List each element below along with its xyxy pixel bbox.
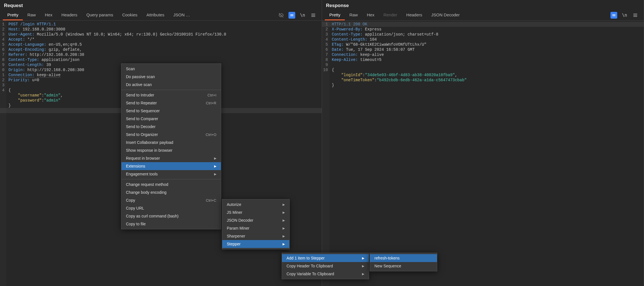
menu-item-send-to-organizer[interactable]: Send to OrganizerCtrl+O	[121, 131, 221, 138]
tab-headers[interactable]: Headers	[57, 10, 82, 20]
hamburger-icon[interactable]	[632, 12, 639, 19]
menu-item-json-decoder[interactable]: JSON Decoder▶	[222, 216, 289, 224]
hamburger-icon[interactable]	[310, 12, 317, 19]
menu-shortcut: Ctrl+O	[206, 133, 216, 137]
menu-item-add-1-item-to-stepper[interactable]: Add 1 item to Stepper▶	[282, 254, 369, 262]
line-number: 6	[1, 47, 5, 52]
response-panel: Response PrettyRawHexRenderHeadersJSON D…	[322, 0, 644, 286]
tab-pretty[interactable]: Pretty	[3, 10, 23, 20]
eye-off-icon[interactable]	[278, 12, 285, 19]
code-line[interactable]: HTTP/1.1 200 OK	[332, 22, 467, 27]
menu-item-param-miner[interactable]: Param Miner▶	[222, 224, 289, 232]
tab-render[interactable]: Render	[379, 10, 402, 20]
extensions-submenu[interactable]: Autorize▶JS Miner▶JSON Decoder▶Param Min…	[222, 199, 290, 249]
menu-item-send-to-comparer[interactable]: Send to Comparer	[121, 115, 221, 123]
menu-item-copy-to-file[interactable]: Copy to file	[121, 220, 221, 228]
tab-hex[interactable]: Hex	[40, 10, 57, 20]
stepper-submenu[interactable]: Add 1 item to Stepper▶Copy Header To Cli…	[282, 253, 369, 279]
tab-headers[interactable]: Headers	[402, 10, 427, 20]
code-line[interactable]: Accept-Language: en-US,en;q=0.5	[8, 42, 226, 47]
toggle-icon[interactable]	[288, 12, 295, 19]
code-line[interactable]: Accept-Encoding: gzip, deflate,	[8, 47, 226, 52]
menu-item-autorize[interactable]: Autorize▶	[222, 201, 289, 208]
response-editor[interactable]: 12345678910 HTTP/1.1 200 OKX-Powered-By:…	[322, 21, 644, 286]
menu-item-label: Send to Sequencer	[126, 109, 160, 113]
menu-item-refresh-tokens[interactable]: refresh-tokens	[370, 254, 437, 262]
menu-item-copy[interactable]: CopyCtrl+C	[121, 196, 221, 204]
menu-item-change-body-encoding[interactable]: Change body encoding	[121, 188, 221, 196]
menu-item-copy-url[interactable]: Copy URL	[121, 204, 221, 212]
chevron-right-icon: ▶	[362, 264, 364, 268]
line-number: 5	[1, 42, 5, 47]
menu-item-label: Add 1 item to Stepper	[287, 256, 325, 260]
code-line[interactable]: "oneTimeToken":"b492cbdb-6edb-462a-a1da-…	[332, 78, 467, 83]
code-line[interactable]: "loginId":"34de5e03-46bf-4d83-ab38-40020…	[332, 72, 467, 78]
tab-json-[interactable]: JSON …	[169, 10, 194, 20]
tab-cookies[interactable]: Cookies	[118, 10, 142, 20]
context-menu[interactable]: ScanDo passive scanDo active scanSend to…	[121, 63, 221, 229]
additem-submenu[interactable]: refresh-tokensNew Sequence	[370, 253, 437, 271]
menu-item-scan[interactable]: Scan	[121, 65, 221, 73]
menu-item-js-miner[interactable]: JS Miner▶	[222, 208, 289, 216]
code-line[interactable]: POST /login HTTP/1.1	[8, 22, 226, 27]
menu-item-do-passive-scan[interactable]: Do passive scan	[121, 73, 221, 81]
line-number: 2	[1, 78, 5, 83]
menu-item-send-to-sequencer[interactable]: Send to Sequencer	[121, 107, 221, 115]
tab-raw[interactable]: Raw	[345, 10, 362, 20]
toggle-icon[interactable]	[610, 12, 617, 19]
line-number: 8	[323, 57, 328, 62]
menu-item-label: Insert Collaborator payload	[126, 140, 173, 145]
tab-query-params[interactable]: Query params	[82, 10, 118, 20]
code-line[interactable]: Date: Tue, 17 Sep 2024 16:58:07 GMT	[332, 47, 467, 52]
code-line[interactable]: Content-Type: application/json; charset=…	[332, 32, 467, 37]
menu-item-new-sequence[interactable]: New Sequence	[370, 262, 437, 270]
newline-icon[interactable]: \n	[621, 12, 628, 19]
tab-pretty[interactable]: Pretty	[325, 10, 345, 20]
menu-item-insert-collaborator-payload[interactable]: Insert Collaborator payload	[121, 138, 221, 146]
tab-json-decoder[interactable]: JSON Decoder	[427, 10, 464, 20]
tab-hex[interactable]: Hex	[362, 10, 379, 20]
chevron-right-icon: ▶	[283, 219, 285, 222]
code-line[interactable]: {	[332, 67, 467, 72]
chevron-right-icon: ▶	[283, 226, 285, 230]
line-number: 5	[323, 42, 328, 47]
code-line[interactable]: Host: 192.168.0.208:3000	[8, 27, 226, 32]
code-line[interactable]: Keep-Alive: timeout=5	[332, 57, 467, 62]
menu-item-copy-as-curl-command-bash-[interactable]: Copy as curl command (bash)	[121, 212, 221, 220]
menu-item-copy-variable-to-clipboard[interactable]: Copy Variable To Clipboard▶	[282, 270, 369, 278]
code-line[interactable]: X-Powered-By: Express	[332, 27, 467, 32]
chevron-right-icon: ▶	[283, 234, 285, 238]
menu-item-label: Do active scan	[126, 82, 152, 87]
tab-raw[interactable]: Raw	[23, 10, 40, 20]
menu-item-engagement-tools[interactable]: Engagement tools▶	[121, 170, 221, 178]
menu-item-change-request-method[interactable]: Change request method	[121, 181, 221, 188]
code-line[interactable]: }	[332, 83, 467, 88]
menu-item-send-to-decoder[interactable]: Send to Decoder	[121, 123, 221, 131]
line-number: 3	[323, 32, 328, 37]
line-number: 0	[1, 67, 5, 72]
code-line[interactable]: ETag: W/"68-Gkt1KE2CiwaWnfoVONfUTtLhx/U"	[332, 42, 467, 47]
menu-item-do-active-scan[interactable]: Do active scan	[121, 81, 221, 89]
code-line[interactable]: Referer: http://192.168.0.208:30	[8, 52, 226, 57]
menu-item-stepper[interactable]: Stepper▶	[222, 240, 289, 248]
tab-attributes[interactable]: Attributes	[142, 10, 169, 20]
menu-item-label: JS Miner	[227, 210, 242, 215]
menu-item-send-to-repeater[interactable]: Send to RepeaterCtrl+R	[121, 99, 221, 107]
menu-item-label: Send to Organizer	[126, 132, 158, 137]
menu-item-extensions[interactable]: Extensions▶	[121, 162, 221, 170]
code-line[interactable]: Content-Type: application/json	[8, 57, 226, 62]
code-line[interactable]: User-Agent: Mozilla/5.0 (Windows NT 10.0…	[8, 32, 226, 37]
code-line[interactable]: Accept: */*	[8, 37, 226, 42]
code-line[interactable]: Content-Length: 104	[332, 37, 467, 42]
code-line[interactable]	[332, 62, 467, 67]
code-line[interactable]: Connection: keep-alive	[332, 52, 467, 57]
menu-item-request-in-browser[interactable]: Request in browser▶	[121, 154, 221, 162]
menu-item-copy-header-to-clipboard[interactable]: Copy Header To Clipboard▶	[282, 262, 369, 270]
menu-item-label: JSON Decoder	[227, 218, 253, 223]
newline-icon[interactable]: \n	[299, 12, 306, 19]
menu-item-send-to-intruder[interactable]: Send to IntruderCtrl+I	[121, 91, 221, 99]
line-number: 1	[1, 22, 5, 27]
menu-item-sharpener[interactable]: Sharpener▶	[222, 232, 289, 240]
menu-item-label: Autorize	[227, 202, 241, 207]
menu-item-show-response-in-browser[interactable]: Show response in browser	[121, 146, 221, 154]
